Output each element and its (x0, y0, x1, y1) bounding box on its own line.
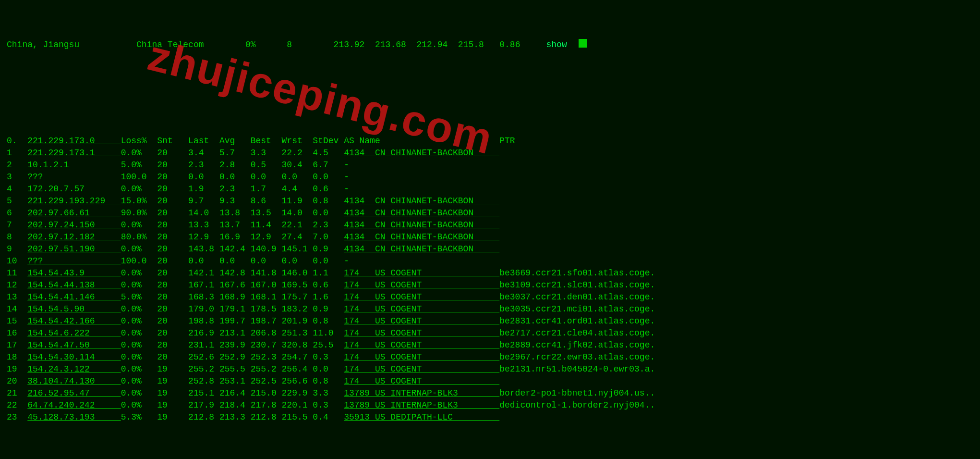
cell-avg: 16.9 (219, 231, 251, 243)
cell-last: 217.9 (188, 399, 219, 411)
cell-as[interactable]: 174 US COGENT (344, 303, 499, 315)
cell-as[interactable]: 4134 CN CHINANET-BACKBON (344, 243, 499, 255)
cell-as[interactable]: 174 US COGENT (344, 315, 499, 327)
cell-host[interactable]: 154.24.3.122 (27, 363, 121, 375)
cell-stdev: 0.9 (313, 303, 344, 315)
cell-as[interactable]: 174 US COGENT (344, 375, 499, 387)
cell-loss: 0.0% (121, 243, 157, 255)
cell-as[interactable]: 35913 US DEDIPATH-LLC (344, 411, 499, 423)
cell-loss: 0.0% (121, 363, 157, 375)
cell-as[interactable]: 4134 CN CHINANET-BACKBON (344, 147, 499, 159)
col-wrst: Wrst (282, 135, 313, 147)
cell-as[interactable]: 4134 CN CHINANET-BACKBON (344, 207, 499, 219)
cell-best: 1.7 (251, 183, 282, 195)
cell-host[interactable]: 154.54.6.222 (27, 327, 121, 339)
cell-host[interactable]: 221.229.173.1 (27, 147, 121, 159)
cell-last: 252.6 (188, 351, 219, 363)
cell-as[interactable]: 174 US COGENT (344, 363, 499, 375)
cell-host[interactable]: 154.54.44.138 (27, 279, 121, 291)
cell-loss: 0.0% (121, 303, 157, 315)
table-row: 7 202.97.24.150 0.0% 20 13.3 13.7 11.4 2… (7, 219, 973, 231)
cell-host[interactable]: 202.97.66.61 (27, 207, 121, 219)
cell-host[interactable]: ??? (27, 171, 121, 183)
cell-hopnum: 9 (7, 243, 27, 255)
cell-avg: 179.1 (219, 303, 251, 315)
cell-host[interactable]: 38.104.74.130 (27, 375, 121, 387)
cell-stdev: 0.9 (313, 243, 344, 255)
table-row: 1 221.229.173.1 0.0% 20 3.4 5.7 3.3 22.2… (7, 147, 973, 159)
cell-loss: 0.0% (121, 279, 157, 291)
table-header-row: 0. 221.229.173.0 Loss% Snt Last Avg Best… (7, 135, 973, 147)
location: China, Jiangsu (7, 39, 79, 51)
cell-host[interactable]: 154.54.42.166 (27, 315, 121, 327)
cell-as[interactable]: 4134 CN CHINANET-BACKBON (344, 231, 499, 243)
cell-host[interactable]: 202.97.12.182 (27, 231, 121, 243)
cell-wrst: 0.0 (282, 171, 313, 183)
cell-loss: 100.0 (121, 255, 157, 267)
cell-host[interactable]: ??? (27, 255, 121, 267)
cell-host[interactable]: 64.74.240.242 (27, 399, 121, 411)
cell-host[interactable]: 216.52.95.47 (27, 387, 121, 399)
traceroute-table: 0. 221.229.173.0 Loss% Snt Last Avg Best… (7, 135, 973, 423)
cell-as[interactable]: 174 US COGENT (344, 339, 499, 351)
cell-host[interactable]: 154.54.41.146 (27, 291, 121, 303)
cell-loss: 80.0% (121, 231, 157, 243)
cell-hopnum: 10 (7, 255, 27, 267)
cell-as[interactable]: 4134 CN CHINANET-BACKBON (344, 195, 499, 207)
cell-wrst: 22.2 (282, 147, 313, 159)
cell-loss: 0.0% (121, 351, 157, 363)
cell-ptr: be2967.rcr22.ewr03.atlas.coge. (499, 351, 655, 363)
gap1 (79, 39, 136, 51)
col-stdev: StDev (313, 135, 344, 147)
cell-best: 3.3 (251, 147, 282, 159)
show-link[interactable]: show (546, 39, 567, 51)
table-row: 16 154.54.6.222 0.0% 20 216.9 213.1 206.… (7, 327, 973, 339)
cell-loss: 5.0% (121, 291, 157, 303)
cell-hopnum: 3 (7, 171, 27, 183)
cell-as[interactable]: 13789 US INTERNAP-BLK3 (344, 399, 499, 411)
cell-hopnum: 7 (7, 219, 27, 231)
cell-last: 216.9 (188, 327, 219, 339)
cell-host[interactable]: 10.1.2.1 (27, 159, 121, 171)
cell-as[interactable]: 174 US COGENT (344, 327, 499, 339)
cell-host[interactable]: 154.54.30.114 (27, 351, 121, 363)
cell-stdev: 1.1 (313, 267, 344, 279)
cell-host[interactable]: 154.54.5.90 (27, 303, 121, 315)
cell-host[interactable]: 221.229.193.229 (27, 195, 121, 207)
cell-stdev: 0.6 (313, 183, 344, 195)
cell-host[interactable]: 45.128.73.193 (27, 411, 121, 423)
cell-snt: 19 (157, 363, 188, 375)
cell-host[interactable]: 202.97.24.150 (27, 219, 121, 231)
cell-stdev: 25.5 (313, 339, 344, 351)
cell-ptr: be2889.ccr41.jfk02.atlas.coge. (499, 339, 655, 351)
cell-loss: 0.0% (121, 183, 157, 195)
table-row: 2 10.1.2.1 5.0% 20 2.3 2.8 0.5 30.4 6.7 … (7, 159, 973, 171)
cell-wrst: 169.5 (282, 279, 313, 291)
cell-ptr: be3109.ccr21.slc01.atlas.coge. (499, 279, 655, 291)
cell-loss: 0.0% (121, 219, 157, 231)
cell-hopnum: 15 (7, 315, 27, 327)
sum-v2: 213.68 (375, 39, 406, 51)
cell-snt: 19 (157, 387, 188, 399)
table-row: 8 202.97.12.182 80.0% 20 12.9 16.9 12.9 … (7, 231, 973, 243)
cell-as: - (344, 159, 499, 171)
cell-as[interactable]: 174 US COGENT (344, 351, 499, 363)
cell-snt: 20 (157, 315, 188, 327)
cell-stdev: 0.0 (313, 171, 344, 183)
cell-as[interactable]: 174 US COGENT (344, 291, 499, 303)
cell-host[interactable]: 172.20.7.57 (27, 183, 121, 195)
cell-stdev: 0.0 (313, 207, 344, 219)
cell-ptr: be2717.ccr21.cle04.atlas.coge. (499, 327, 655, 339)
cell-avg: 9.3 (219, 195, 251, 207)
cell-host[interactable]: 154.54.43.9 (27, 267, 121, 279)
cell-host[interactable]: 202.97.51.190 (27, 243, 121, 255)
cell-hopnum: 12 (7, 279, 27, 291)
cell-as[interactable]: 174 US COGENT (344, 267, 499, 279)
cell-host[interactable]: 154.54.47.50 (27, 339, 121, 351)
cell-as[interactable]: 4134 CN CHINANET-BACKBON (344, 219, 499, 231)
cell-last: 168.3 (188, 291, 219, 303)
cell-hopnum: 4 (7, 183, 27, 195)
cell-as: - (344, 171, 499, 183)
cell-as[interactable]: 13789 US INTERNAP-BLK3 (344, 387, 499, 399)
cell-as[interactable]: 174 US COGENT (344, 279, 499, 291)
